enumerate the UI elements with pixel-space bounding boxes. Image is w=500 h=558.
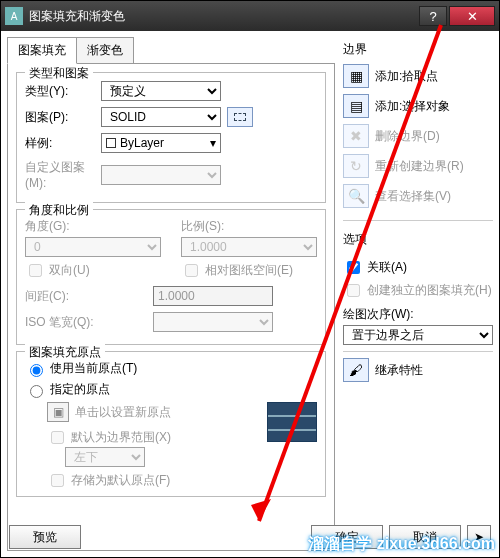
- tab-hatch[interactable]: 图案填充: [7, 37, 77, 64]
- spacing-input: [153, 286, 273, 306]
- draw-order-label: 绘图次序(W):: [343, 306, 493, 323]
- close-button[interactable]: ✕: [449, 6, 495, 26]
- pattern-label: 图案(P):: [25, 109, 95, 126]
- group-title: 角度和比例: [25, 202, 93, 219]
- scale-select: 1.0000: [181, 237, 317, 257]
- view-selection-button: 🔍查看选择集(V): [343, 184, 493, 208]
- options-title: 选项: [343, 231, 493, 248]
- type-label: 类型(Y):: [25, 83, 95, 100]
- custom-pattern-select: [101, 165, 221, 185]
- preview-button[interactable]: 预览: [9, 525, 81, 549]
- inherit-icon: 🖌: [343, 358, 369, 382]
- group-angle-scale: 角度和比例 角度(G): 0 双向(U) 比例(S): 1.0000 相对图纸空…: [16, 209, 326, 345]
- sample-label: 样例:: [25, 135, 95, 152]
- group-title: 图案填充原点: [25, 344, 105, 361]
- draw-order-select[interactable]: 置于边界之后: [343, 325, 493, 345]
- pick-point-icon: ▦: [343, 64, 369, 88]
- independent-checkbox: 创建独立的图案填充(H): [343, 281, 493, 300]
- origin-current-radio[interactable]: 使用当前原点(T): [25, 360, 317, 377]
- sample-value: ByLayer: [120, 136, 164, 150]
- iso-label: ISO 笔宽(Q):: [25, 314, 95, 331]
- assoc-checkbox[interactable]: 关联(A): [343, 258, 493, 277]
- angle-label: 角度(G):: [25, 218, 161, 235]
- sample-swatch[interactable]: ByLayer ▾: [101, 133, 221, 153]
- iso-select: [153, 312, 273, 332]
- tab-gradient[interactable]: 渐变色: [76, 37, 134, 64]
- group-type-pattern: 类型和图案 类型(Y): 预定义 图案(P): SOLID 样例:: [16, 72, 326, 203]
- paperspace-checkbox: 相对图纸空间(E): [181, 261, 317, 280]
- group-origin: 图案填充原点 使用当前原点(T) 指定的原点 ▣ 单击以设置新原点 默认为边界范…: [16, 351, 326, 497]
- remove-icon: ✖: [343, 124, 369, 148]
- help-button[interactable]: ?: [419, 6, 447, 26]
- recreate-icon: ↻: [343, 154, 369, 178]
- origin-preview-icon: [267, 402, 317, 442]
- ok-button[interactable]: 确定: [311, 525, 383, 549]
- origin-position-select: 左下: [65, 447, 145, 467]
- boundary-title: 边界: [343, 41, 493, 58]
- dialog-window: A 图案填充和渐变色 ? ✕ 图案填充 渐变色 类型和图案 类型(Y): 预定义: [0, 0, 500, 558]
- custom-pattern-label: 自定义图案(M):: [25, 159, 95, 190]
- origin-specified-radio[interactable]: 指定的原点: [25, 381, 317, 398]
- angle-select: 0: [25, 237, 161, 257]
- expand-button[interactable]: ➤: [467, 525, 491, 549]
- window-title: 图案填充和渐变色: [29, 8, 419, 25]
- select-objects-icon: ▤: [343, 94, 369, 118]
- color-swatch-icon: [106, 138, 116, 148]
- type-select[interactable]: 预定义: [101, 81, 221, 101]
- pattern-browse-button[interactable]: [227, 107, 253, 127]
- add-pick-point-button[interactable]: ▦添加:拾取点: [343, 64, 493, 88]
- default-extent-checkbox: 默认为边界范围(X): [47, 428, 259, 447]
- set-origin-button: ▣: [47, 402, 69, 422]
- titlebar: A 图案填充和渐变色 ? ✕: [1, 1, 499, 31]
- pattern-select[interactable]: SOLID: [101, 107, 221, 127]
- add-select-objects-button[interactable]: ▤添加:选择对象: [343, 94, 493, 118]
- recreate-boundary-button: ↻重新创建边界(R): [343, 154, 493, 178]
- scale-label: 比例(S):: [181, 218, 317, 235]
- view-icon: 🔍: [343, 184, 369, 208]
- spacing-label: 间距(C):: [25, 288, 95, 305]
- app-icon: A: [5, 7, 23, 25]
- remove-boundary-button: ✖删除边界(D): [343, 124, 493, 148]
- tab-bar: 图案填充 渐变色: [7, 37, 335, 64]
- group-title: 类型和图案: [25, 65, 93, 82]
- cancel-button[interactable]: 取消: [389, 525, 461, 549]
- bidir-checkbox: 双向(U): [25, 261, 161, 280]
- inherit-props-button[interactable]: 🖌继承特性: [343, 358, 493, 382]
- click-set-label: 单击以设置新原点: [75, 404, 171, 421]
- store-default-checkbox: 存储为默认原点(F): [47, 471, 259, 490]
